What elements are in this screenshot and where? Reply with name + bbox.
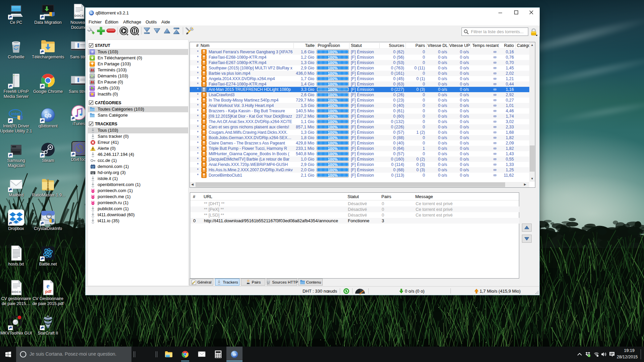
svg-text:DOCX: DOCX [74, 14, 84, 17]
svg-text:e: e [47, 282, 50, 290]
svg-text:qb: qb [90, 12, 93, 14]
svg-text:DOCX: DOCX [12, 290, 21, 294]
svg-text:✳: ✳ [90, 49, 94, 55]
svg-text:pdf: pdf [45, 289, 52, 294]
svg-text:intel: intel [11, 111, 20, 116]
svg-text:qb: qb [45, 112, 52, 119]
svg-text:qb: qb [233, 353, 236, 356]
